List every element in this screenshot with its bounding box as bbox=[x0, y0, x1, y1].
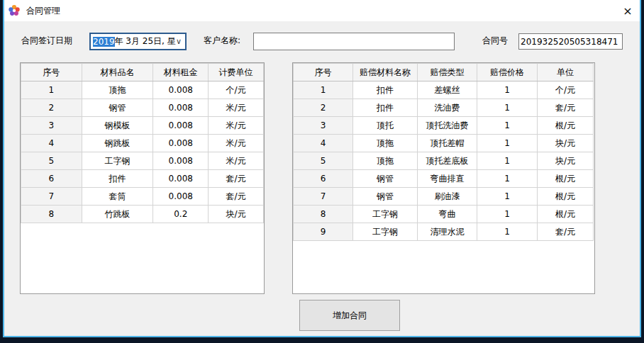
customer-name-input[interactable] bbox=[253, 33, 455, 50]
table-cell[interactable]: 扣件 bbox=[353, 99, 418, 117]
row-index-cell[interactable]: 9 bbox=[294, 223, 353, 241]
table-cell[interactable]: 0.2 bbox=[153, 206, 209, 223]
table-cell[interactable]: 竹跳板 bbox=[82, 206, 153, 223]
table-cell[interactable]: 弯曲 bbox=[418, 206, 477, 223]
table-cell[interactable]: 米/元 bbox=[209, 117, 264, 135]
table-cell[interactable]: 1 bbox=[477, 206, 538, 223]
table-cell[interactable]: 块/元 bbox=[209, 206, 264, 223]
table-cell[interactable]: 个/元 bbox=[538, 81, 594, 99]
row-index-cell[interactable]: 3 bbox=[21, 117, 82, 135]
column-header[interactable]: 序号 bbox=[21, 64, 82, 81]
table-cell[interactable]: 钢模板 bbox=[82, 117, 153, 135]
table-cell[interactable]: 顶托差底板 bbox=[418, 152, 477, 170]
table-cell[interactable]: 1 bbox=[477, 99, 538, 117]
table-cell[interactable]: 0.008 bbox=[153, 81, 209, 99]
table-cell[interactable]: 根/元 bbox=[538, 170, 594, 188]
table-cell[interactable]: 1 bbox=[477, 81, 538, 99]
column-header[interactable]: 单位 bbox=[538, 64, 594, 81]
table-cell[interactable]: 套/元 bbox=[538, 223, 594, 241]
row-index-cell[interactable]: 4 bbox=[294, 135, 353, 152]
row-index-cell[interactable]: 6 bbox=[21, 170, 82, 188]
row-index-cell[interactable]: 1 bbox=[21, 81, 82, 99]
row-index-cell[interactable]: 1 bbox=[294, 81, 353, 99]
contract-date-picker[interactable]: 2019 年 3月 25日, 星 ∨ bbox=[89, 33, 187, 50]
table-cell[interactable]: 弯曲排直 bbox=[418, 170, 477, 188]
table-cell[interactable]: 差螺丝 bbox=[418, 81, 477, 99]
column-header[interactable]: 赔偿材料名称 bbox=[353, 64, 418, 81]
table-row: 2钢管0.008米/元 bbox=[21, 99, 264, 117]
table-row: 1扣件差螺丝1个/元 bbox=[294, 81, 594, 99]
table-cell[interactable]: 0.008 bbox=[153, 135, 209, 152]
row-index-cell[interactable]: 8 bbox=[294, 206, 353, 223]
table-cell[interactable]: 根/元 bbox=[538, 206, 594, 223]
table-cell[interactable]: 套/元 bbox=[209, 170, 264, 188]
close-icon[interactable]: × bbox=[616, 0, 640, 21]
chevron-down-icon[interactable]: ∨ bbox=[176, 37, 185, 46]
table-cell[interactable]: 0.008 bbox=[153, 188, 209, 206]
table-cell[interactable]: 1 bbox=[477, 117, 538, 135]
table-cell[interactable]: 根/元 bbox=[538, 117, 594, 135]
table-cell[interactable]: 洗油费 bbox=[418, 99, 477, 117]
row-index-cell[interactable]: 5 bbox=[21, 152, 82, 170]
table-cell[interactable]: 1 bbox=[477, 223, 538, 241]
header-row: 序号赔偿材料名称赔偿类型赔偿价格单位 bbox=[294, 64, 594, 81]
table-cell[interactable]: 1 bbox=[477, 170, 538, 188]
row-index-cell[interactable]: 2 bbox=[294, 99, 353, 117]
table-cell[interactable]: 套筒 bbox=[82, 188, 153, 206]
table-cell[interactable]: 1 bbox=[477, 152, 538, 170]
column-header[interactable]: 材料品名 bbox=[82, 64, 153, 81]
table-cell[interactable]: 块/元 bbox=[538, 135, 594, 152]
table-cell[interactable]: 块/元 bbox=[538, 152, 594, 170]
table-cell[interactable]: 0.008 bbox=[153, 152, 209, 170]
add-contract-button[interactable]: 增加合同 bbox=[299, 300, 400, 331]
table-cell[interactable]: 0.008 bbox=[153, 99, 209, 117]
table-cell[interactable]: 顶托 bbox=[353, 117, 418, 135]
table-cell[interactable]: 顶托洗油费 bbox=[418, 117, 477, 135]
row-index-cell[interactable]: 7 bbox=[294, 188, 353, 206]
table-cell[interactable]: 套/元 bbox=[209, 188, 264, 206]
table-cell[interactable]: 工字钢 bbox=[353, 223, 418, 241]
table-cell[interactable]: 米/元 bbox=[209, 135, 264, 152]
table-cell[interactable]: 0.008 bbox=[153, 170, 209, 188]
row-index-cell[interactable]: 3 bbox=[294, 117, 353, 135]
column-header[interactable]: 赔偿价格 bbox=[477, 64, 538, 81]
table-row: 2扣件洗油费1套/元 bbox=[294, 99, 594, 117]
table-row: 6钢管弯曲排直1根/元 bbox=[294, 170, 594, 188]
table-cell[interactable]: 钢管 bbox=[353, 170, 418, 188]
column-header[interactable]: 材料租金 bbox=[153, 64, 209, 81]
table-cell[interactable]: 钢管 bbox=[353, 188, 418, 206]
table-cell[interactable]: 钢跳板 bbox=[82, 135, 153, 152]
contract-no-label: 合同号 bbox=[482, 32, 508, 50]
row-index-cell[interactable]: 7 bbox=[21, 188, 82, 206]
table-cell[interactable]: 钢管 bbox=[82, 99, 153, 117]
table-cell[interactable]: 工字钢 bbox=[353, 206, 418, 223]
row-index-cell[interactable]: 5 bbox=[294, 152, 353, 170]
table-cell[interactable]: 顶拖 bbox=[82, 81, 153, 99]
table-cell[interactable]: 扣件 bbox=[82, 170, 153, 188]
row-index-cell[interactable]: 8 bbox=[21, 206, 82, 223]
table-cell[interactable]: 个/元 bbox=[209, 81, 264, 99]
column-header[interactable]: 序号 bbox=[294, 64, 353, 81]
table-cell[interactable]: 工字钢 bbox=[82, 152, 153, 170]
table-cell[interactable]: 顶拖 bbox=[353, 135, 418, 152]
row-index-cell[interactable]: 2 bbox=[21, 99, 82, 117]
table-cell[interactable]: 0.008 bbox=[153, 117, 209, 135]
row-index-cell[interactable]: 6 bbox=[294, 170, 353, 188]
table-cell[interactable]: 米/元 bbox=[209, 152, 264, 170]
table-cell[interactable]: 清理水泥 bbox=[418, 223, 477, 241]
table-cell[interactable]: 1 bbox=[477, 188, 538, 206]
contract-no-input[interactable] bbox=[518, 33, 623, 50]
table-cell[interactable]: 根/元 bbox=[538, 188, 594, 206]
table-cell[interactable]: 米/元 bbox=[209, 99, 264, 117]
column-header[interactable]: 计费单位 bbox=[209, 64, 264, 81]
row-index-cell[interactable]: 4 bbox=[21, 135, 82, 152]
table-cell[interactable]: 顶拖 bbox=[353, 152, 418, 170]
table-cell[interactable]: 刷油漆 bbox=[418, 188, 477, 206]
date-rest-segment[interactable]: 年 3月 25日, 星 bbox=[115, 35, 176, 47]
date-selected-segment[interactable]: 2019 bbox=[93, 37, 115, 47]
table-cell[interactable]: 套/元 bbox=[538, 99, 594, 117]
table-cell[interactable]: 1 bbox=[477, 135, 538, 152]
table-cell[interactable]: 顶托差帽 bbox=[418, 135, 477, 152]
table-cell[interactable]: 扣件 bbox=[353, 81, 418, 99]
column-header[interactable]: 赔偿类型 bbox=[418, 64, 477, 81]
